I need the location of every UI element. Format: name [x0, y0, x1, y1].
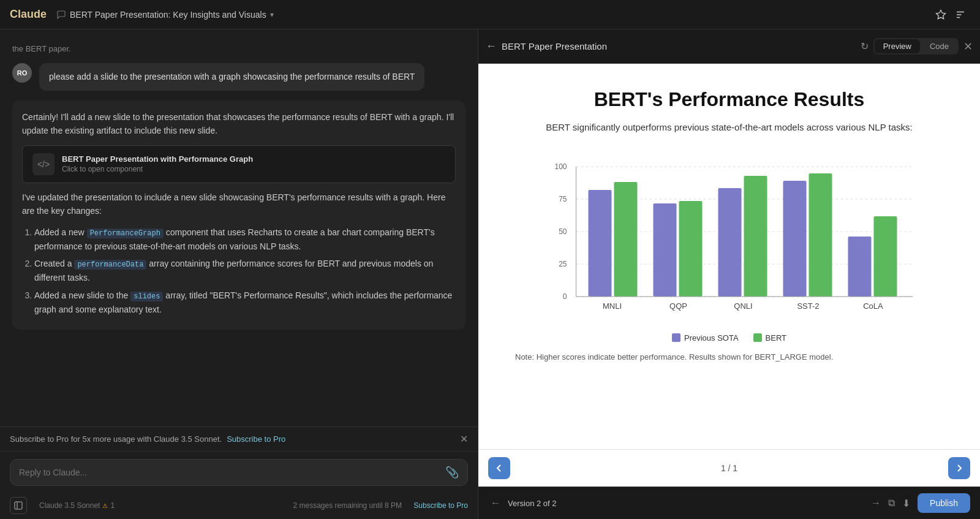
warning-icon: ⚠: [102, 502, 108, 509]
svg-text:QQP: QQP: [669, 301, 687, 311]
chart-container: 100 75 50 25 0: [515, 154, 943, 326]
attach-icon[interactable]: 📎: [445, 466, 459, 479]
tab-preview[interactable]: Preview: [875, 39, 920, 53]
svg-text:100: 100: [554, 162, 567, 171]
preview-close-button[interactable]: ✕: [963, 40, 973, 53]
svg-rect-15: [654, 203, 677, 297]
code-snippet-2: performanceData: [74, 260, 146, 270]
svg-rect-17: [718, 188, 742, 297]
version-text: Version 2 of 2: [508, 499, 864, 508]
list-item-1: Added a new PerformanceGraph component t…: [34, 225, 456, 254]
svg-text:75: 75: [559, 195, 567, 203]
topbar: Claude BERT Paper Presentation: Key Insi…: [0, 0, 980, 29]
next-page-button[interactable]: [948, 457, 970, 479]
subscribe-text: Subscribe to Pro for 5x more usage with …: [10, 434, 222, 444]
chat-input-area: 📎: [0, 451, 478, 493]
model-name: Claude 3.5 Sonnet: [39, 501, 100, 510]
svg-rect-22: [874, 216, 897, 297]
code-icon: </>: [32, 153, 55, 175]
svg-rect-21: [848, 237, 872, 297]
svg-rect-16: [679, 201, 703, 297]
page-info: 1 / 1: [721, 463, 737, 473]
warn-count: 1: [110, 501, 115, 510]
performance-chart: 100 75 50 25 0: [515, 154, 943, 326]
legend-previous-sota: Previous SOTA: [672, 333, 739, 343]
svg-text:SST-2: SST-2: [797, 301, 819, 311]
chart-legend: Previous SOTA BERT: [515, 333, 943, 343]
svg-rect-1: [15, 502, 22, 509]
list-item-3: Added a new slide to the slides array, t…: [34, 289, 456, 317]
preview-content: BERT's Performance Results BERT signific…: [478, 64, 980, 487]
preview-title: BERT Paper Presentation: [502, 41, 856, 51]
chat-panel: the BERT paper. RO please add a slide to…: [0, 29, 478, 519]
claude-logo: Claude: [10, 8, 47, 21]
code-snippet-3: slides: [130, 292, 163, 301]
conversation-title[interactable]: BERT Paper Presentation: Key Insights an…: [56, 10, 274, 20]
svg-text:50: 50: [559, 227, 567, 236]
footer-subscribe-link[interactable]: Subscribe to Pro: [413, 501, 468, 510]
assistant-message: Certainly! I'll add a new slide to the p…: [12, 100, 466, 330]
preview-header: ← BERT Paper Presentation ↻ Preview Code…: [478, 29, 980, 64]
star-icon[interactable]: [931, 5, 951, 25]
refresh-icon[interactable]: ↻: [861, 40, 869, 52]
svg-text:QNLI: QNLI: [734, 301, 752, 311]
svg-text:CoLA: CoLA: [863, 301, 883, 311]
version-back-button[interactable]: ←: [488, 496, 503, 510]
legend-bert: BERT: [753, 333, 786, 343]
assistant-body: I've updated the presentation to include…: [22, 191, 456, 218]
svg-text:25: 25: [559, 260, 567, 268]
chat-input-wrapper: 📎: [10, 459, 468, 486]
model-selector[interactable]: Claude 3.5 Sonnet ⚠ 1: [39, 501, 115, 510]
legend-label-bert: BERT: [766, 333, 786, 343]
preview-panel: ← BERT Paper Presentation ↻ Preview Code…: [478, 29, 980, 519]
prev-page-button[interactable]: [488, 457, 510, 479]
preview-tab-group: Preview Code: [873, 38, 959, 55]
context-message: the BERT paper.: [12, 39, 466, 63]
version-bar: ← Version 2 of 2 → ⧉ ⬇ Publish: [478, 487, 980, 519]
svg-rect-14: [614, 182, 638, 297]
svg-text:MNLI: MNLI: [603, 301, 622, 311]
legend-dot-bert: [753, 333, 762, 342]
list-item-2: Created a performanceData array containi…: [34, 257, 456, 285]
code-snippet-1: PerformanceGraph: [87, 229, 164, 238]
svg-marker-0: [937, 10, 946, 18]
chat-footer: Claude 3.5 Sonnet ⚠ 1 2 messages remaini…: [0, 493, 478, 519]
legend-dot-previous: [672, 333, 680, 342]
slide-title: BERT's Performance Results: [515, 88, 943, 111]
preview-back-button[interactable]: ←: [486, 40, 497, 53]
artifact-card[interactable]: </> BERT Paper Presentation with Perform…: [22, 145, 456, 183]
chat-icon: [56, 10, 66, 20]
sidebar-toggle-button[interactable]: [10, 497, 27, 514]
banner-close-button[interactable]: ✕: [460, 433, 468, 445]
avatar: RO: [12, 63, 32, 83]
download-icon[interactable]: ⬇: [902, 498, 910, 509]
chat-input[interactable]: [19, 468, 440, 477]
subscribe-link[interactable]: Subscribe to Pro: [227, 434, 285, 444]
slide: BERT's Performance Results BERT signific…: [478, 64, 980, 449]
svg-rect-19: [783, 181, 807, 297]
remaining-text: 2 messages remaining until 8 PM: [293, 501, 402, 510]
version-actions: ⧉ ⬇ Publish: [888, 493, 970, 513]
main-layout: the BERT paper. RO please add a slide to…: [0, 29, 980, 519]
assistant-intro: Certainly! I'll add a new slide to the p…: [22, 110, 456, 138]
version-forward-button[interactable]: →: [869, 496, 883, 510]
pagination: 1 / 1: [478, 449, 980, 487]
copy-icon[interactable]: ⧉: [888, 498, 895, 509]
artifact-info: BERT Paper Presentation with Performance…: [62, 154, 253, 173]
svg-rect-13: [589, 190, 612, 297]
svg-text:0: 0: [563, 292, 567, 301]
artifact-subtitle: Click to open component: [62, 165, 253, 173]
svg-rect-18: [744, 176, 767, 297]
settings-icon[interactable]: [951, 5, 970, 25]
tab-code[interactable]: Code: [921, 39, 957, 53]
publish-button[interactable]: Publish: [918, 493, 970, 513]
slide-note: Note: Higher scores indicate better perf…: [515, 352, 943, 362]
legend-label-previous: Previous SOTA: [684, 333, 739, 343]
subscribe-banner: Subscribe to Pro for 5x more usage with …: [0, 426, 478, 451]
artifact-title: BERT Paper Presentation with Performance…: [62, 154, 253, 164]
user-message: RO please add a slide to the presentatio…: [12, 63, 466, 91]
slide-subtitle: BERT significantly outperforms previous …: [515, 121, 943, 135]
svg-rect-20: [809, 173, 832, 297]
user-bubble: please add a slide to the presentation w…: [39, 63, 424, 91]
chat-messages: the BERT paper. RO please add a slide to…: [0, 29, 478, 426]
